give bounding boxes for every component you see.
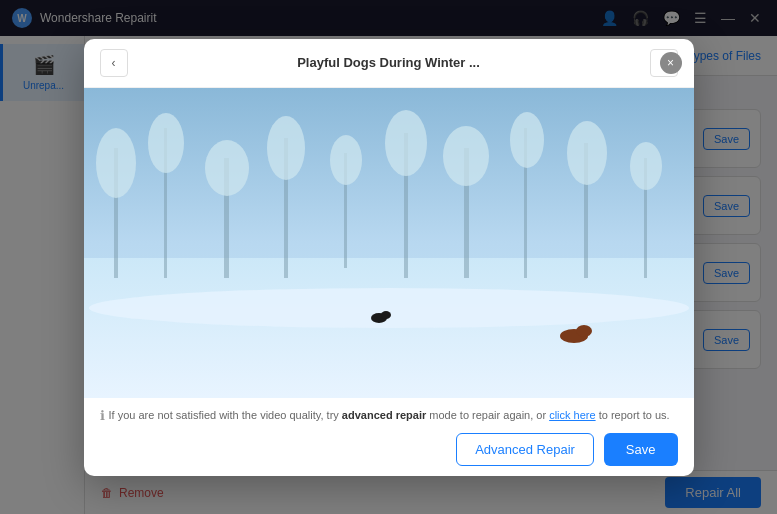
quality-notice-text: If you are not satisfied with the video …: [109, 409, 670, 421]
svg-point-18: [443, 126, 489, 186]
preview-modal: ‹ Playful Dogs During Winter ... › ×: [84, 39, 694, 476]
svg-point-17: [385, 110, 427, 176]
click-here-link[interactable]: click here: [549, 409, 595, 421]
modal-title: Playful Dogs During Winter ...: [140, 55, 638, 70]
advanced-repair-text: advanced repair: [342, 409, 426, 421]
video-scene: [84, 88, 694, 398]
chevron-left-icon: ‹: [112, 56, 116, 70]
svg-point-20: [567, 121, 607, 185]
advanced-repair-button[interactable]: Advanced Repair: [456, 433, 594, 466]
svg-point-26: [576, 325, 592, 337]
close-icon: ×: [667, 56, 674, 70]
svg-point-13: [148, 113, 184, 173]
modal-footer: ℹ If you are not satisfied with the vide…: [84, 398, 694, 476]
svg-point-15: [267, 116, 305, 180]
modal-close-button[interactable]: ×: [660, 52, 682, 74]
svg-point-14: [205, 140, 249, 196]
prev-video-button[interactable]: ‹: [100, 49, 128, 77]
modal-actions: Advanced Repair Save: [100, 433, 678, 466]
svg-point-16: [330, 135, 362, 185]
svg-point-12: [96, 128, 136, 198]
svg-point-19: [510, 112, 544, 168]
winter-trees-svg: [84, 88, 694, 398]
quality-notice: ℹ If you are not satisfied with the vide…: [100, 408, 678, 423]
modal-save-button[interactable]: Save: [604, 433, 678, 466]
svg-point-22: [89, 288, 689, 328]
info-icon: ℹ: [100, 408, 105, 423]
modal-header: ‹ Playful Dogs During Winter ... › ×: [84, 39, 694, 88]
modal-overlay: ‹ Playful Dogs During Winter ... › ×: [0, 0, 777, 514]
video-player: ⏸ 00:04 00:56: [84, 88, 694, 398]
svg-point-24: [381, 311, 391, 319]
svg-point-21: [630, 142, 662, 190]
